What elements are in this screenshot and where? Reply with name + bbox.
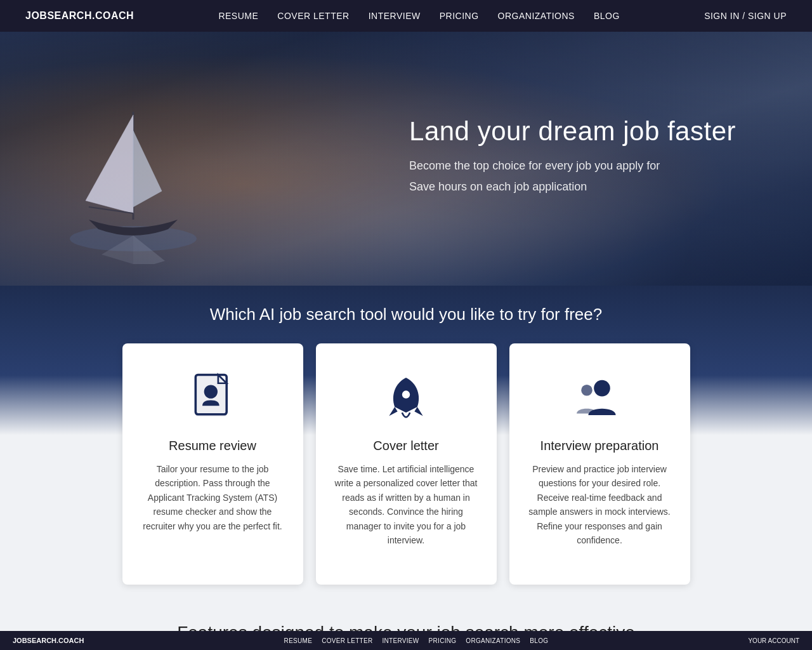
- cover-letter-card[interactable]: Cover letter Save time. Let artificial i…: [316, 343, 497, 585]
- svg-point-7: [581, 385, 593, 396]
- resume-card[interactable]: Resume review Tailor your resume to the …: [122, 343, 303, 585]
- people-icon: [528, 369, 671, 426]
- cards-heading: Which AI job search tool would you like …: [25, 305, 787, 324]
- nav-links: RESUME COVER LETTER INTERVIEW PRICING OR…: [218, 11, 619, 21]
- hero-title: Land your dream job faster: [409, 116, 736, 147]
- nav-resume[interactable]: RESUME: [218, 11, 258, 21]
- nav-pricing[interactable]: PRICING: [440, 11, 479, 21]
- navbar: JOBSEARCH.COACH RESUME COVER LETTER INTE…: [0, 0, 812, 32]
- hero-subtitle-1: Become the top choice for every job you …: [409, 159, 736, 173]
- interview-card-desc: Preview and practice job interview quest…: [528, 462, 671, 547]
- interview-card[interactable]: Interview preparation Preview and practi…: [509, 343, 690, 585]
- footer-interview[interactable]: INTERVIEW: [382, 637, 419, 644]
- hero-subtitle-2: Save hours on each job application: [409, 180, 736, 194]
- footer-logo: JOBSEARCH.COACH: [13, 637, 84, 644]
- svg-point-4: [204, 385, 218, 398]
- footer-cover-letter[interactable]: COVER LETTER: [322, 637, 372, 644]
- footer-blog[interactable]: BLOG: [530, 637, 548, 644]
- footer-account[interactable]: YOUR ACCOUNT: [748, 637, 799, 644]
- cover-letter-card-desc: Save time. Let artificial intelligence w…: [335, 462, 478, 547]
- svg-point-6: [594, 380, 610, 397]
- footer-links: RESUME COVER LETTER INTERVIEW PRICING OR…: [284, 637, 549, 644]
- nav-logo[interactable]: JOBSEARCH.COACH: [25, 10, 134, 22]
- cards-row: Resume review Tailor your resume to the …: [25, 343, 787, 585]
- footer-mini: JOBSEARCH.COACH RESUME COVER LETTER INTE…: [0, 631, 812, 650]
- hero-content: Land your dream job faster Become the to…: [409, 116, 812, 201]
- nav-blog[interactable]: BLOG: [594, 11, 620, 21]
- nav-cover-letter[interactable]: COVER LETTER: [277, 11, 349, 21]
- cover-letter-card-title: Cover letter: [335, 439, 478, 453]
- footer-pricing[interactable]: PRICING: [429, 637, 457, 644]
- footer-resume[interactable]: RESUME: [284, 637, 313, 644]
- rocket-icon: [335, 369, 478, 426]
- interview-card-title: Interview preparation: [528, 439, 671, 453]
- nav-organizations[interactable]: ORGANIZATIONS: [498, 11, 575, 21]
- resume-card-desc: Tailor your resume to the job descriptio…: [141, 462, 284, 533]
- cards-section: Which AI job search tool would you like …: [0, 286, 812, 585]
- svg-point-5: [402, 390, 410, 399]
- resume-icon: [141, 369, 284, 426]
- hero-section: Land your dream job faster Become the to…: [0, 32, 812, 286]
- resume-card-title: Resume review: [141, 439, 284, 453]
- nav-interview[interactable]: INTERVIEW: [369, 11, 421, 21]
- footer-organizations[interactable]: ORGANIZATIONS: [466, 637, 520, 644]
- signin-button[interactable]: SIGN IN / SIGN UP: [704, 11, 787, 21]
- sailboat-illustration: [51, 74, 216, 267]
